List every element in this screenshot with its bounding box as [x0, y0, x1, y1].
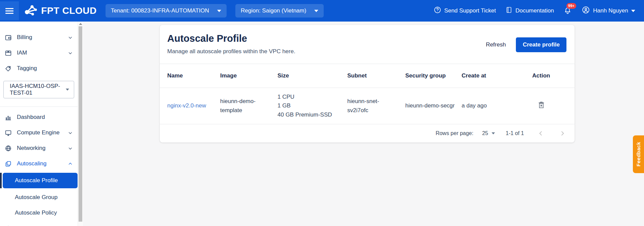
sidebar-subitem-label: Autoscale Group — [15, 194, 58, 201]
pagination-bar: Rows per page: 25 1-1 of 1 — [160, 124, 575, 142]
profiles-table: Name Image Size Subnet Security group Cr… — [160, 64, 575, 124]
column-header-name: Name — [160, 64, 217, 88]
chevron-down-icon — [314, 10, 318, 12]
profile-name-link[interactable]: nginx-v2.0-new — [167, 102, 206, 109]
column-header-image: Image — [217, 64, 275, 88]
wallet-icon — [5, 34, 12, 41]
region-selector[interactable]: Region: Saigon (Vietnam) — [235, 4, 324, 18]
sidebar: Billing IAM — [0, 22, 78, 226]
support-label: Send Support Ticket — [444, 7, 496, 14]
sidebar-item-label: Networking — [17, 145, 68, 152]
sidebar-item-billing[interactable]: Billing — [0, 30, 78, 45]
scrollbar-thumb[interactable] — [79, 26, 82, 222]
documentation-link[interactable]: Documentation — [505, 6, 554, 15]
delete-profile-button[interactable] — [537, 100, 546, 109]
table-header-row: Name Image Size Subnet Security group Cr… — [160, 64, 575, 88]
nodes-icon — [5, 225, 12, 226]
vpc-selector-value: IAAS-HCM10-OSP-TEST-01 — [10, 83, 66, 96]
cell-security-group: hieunn-demo-secgr — [403, 88, 459, 124]
chevron-down-icon — [492, 132, 495, 134]
sidebar-divider — [0, 106, 78, 107]
feedback-label: Feedback — [636, 142, 641, 166]
avatar-icon — [582, 6, 590, 16]
chevron-down-icon — [631, 10, 635, 12]
sidebar-item-dashboard[interactable]: Dashboard — [0, 109, 78, 125]
chevron-down-icon — [68, 146, 73, 151]
id-card-icon — [5, 50, 12, 57]
sidebar-item-autoscaling[interactable]: Autoscaling — [0, 156, 78, 171]
feedback-tab[interactable]: Feedback — [633, 135, 644, 173]
size-ram: 1 GB — [277, 101, 342, 110]
sidebar-subitem-label: Autoscale Profile — [15, 177, 58, 184]
sidebar-item-label: Compute Engine — [17, 129, 68, 136]
refresh-button[interactable]: Refresh — [485, 39, 507, 50]
sidebar-item-compute-engine[interactable]: Compute Engine — [0, 125, 78, 140]
rows-per-page-value: 25 — [482, 130, 488, 136]
layers-icon — [5, 160, 12, 167]
next-page-button[interactable] — [559, 130, 566, 137]
user-menu[interactable]: Hanh Nguyen — [582, 6, 635, 16]
page-subtitle: Manage all autoscale profiles within the… — [167, 48, 295, 55]
send-support-ticket-link[interactable]: Send Support Ticket — [434, 6, 496, 15]
cell-subnet: hieunn-snet-sv2i7ofc — [345, 88, 403, 124]
sidebar-item-tagging[interactable]: Tagging — [0, 61, 78, 76]
sidebar-item-load-balancer[interactable]: Load Balancer — [0, 221, 78, 226]
column-header-action: Action — [508, 64, 575, 88]
sidebar-scrollbar[interactable] — [78, 22, 83, 226]
subnet-value: hieunn-snet-sv2i7ofc — [347, 97, 387, 115]
sidebar-item-iam[interactable]: IAM — [0, 45, 78, 61]
size-cpu: 1 CPU — [277, 93, 342, 101]
sidebar-item-label: Dashboard — [17, 114, 73, 121]
sidebar-item-label: Autoscaling — [17, 160, 68, 167]
cell-image: hieunn-demo-template — [217, 88, 275, 124]
fpt-molecule-icon — [24, 3, 39, 19]
pagination-range: 1-1 of 1 — [506, 130, 524, 136]
menu-toggle-button[interactable] — [0, 1, 19, 20]
cell-size: 1 CPU 1 GB 40 GB Premium-SSD — [275, 88, 345, 124]
sidebar-item-networking[interactable]: Networking — [0, 140, 78, 156]
previous-page-button[interactable] — [537, 130, 544, 137]
pagination-nav — [537, 130, 566, 137]
book-icon — [505, 6, 513, 15]
cell-create-at: a day ago — [459, 88, 508, 124]
top-navbar: FPT CLOUD Tenant: 000823-INFRA-AUTOMATIO… — [0, 0, 644, 22]
image-value: hieunn-demo-template — [220, 97, 260, 115]
rows-per-page-select[interactable]: 25 — [482, 130, 495, 136]
column-header-create-at: Create at — [459, 64, 508, 88]
column-header-subnet: Subnet — [345, 64, 403, 88]
autoscale-profile-card: Autoscale Profile Manage all autoscale p… — [160, 25, 575, 142]
chevron-up-icon — [68, 161, 73, 166]
header-actions: Refresh Create profile — [485, 34, 566, 55]
sidebar-item-label: Tagging — [17, 65, 73, 72]
cell-action — [508, 88, 575, 124]
question-circle-icon — [434, 6, 441, 15]
sidebar-subitem-autoscale-group[interactable]: Autoscale Group — [0, 190, 78, 205]
sidebar-subitem-autoscale-profile[interactable]: Autoscale Profile — [0, 173, 78, 188]
column-header-security-group: Security group — [403, 64, 459, 88]
cell-name: nginx-v2.0-new — [160, 88, 217, 124]
chevron-down-icon — [217, 10, 221, 12]
user-name: Hanh Nguyen — [593, 7, 628, 14]
sidebar-item-label: IAM — [17, 50, 68, 56]
scroll-up-arrow-icon[interactable] — [79, 23, 82, 25]
tenant-label: Tenant: 000823-INFRA-AUTOMATION — [111, 7, 209, 14]
vpc-selector[interactable]: IAAS-HCM10-OSP-TEST-01 — [3, 81, 74, 98]
bell-icon — [563, 10, 572, 16]
create-at-value: a day ago — [462, 101, 505, 110]
chevron-down-icon — [68, 51, 73, 56]
tenant-selector[interactable]: Tenant: 000823-INFRA-AUTOMATION — [106, 4, 227, 18]
trash-icon — [538, 101, 545, 109]
sidebar-item-label: Billing — [17, 34, 68, 41]
monitor-icon — [5, 129, 12, 136]
fpt-cloud-logo: FPT CLOUD — [24, 3, 97, 19]
card-header-text: Autoscale Profile Manage all autoscale p… — [167, 33, 295, 55]
notification-badge: 99+ — [566, 3, 576, 9]
column-header-size: Size — [275, 64, 345, 88]
chevron-down-icon — [68, 130, 73, 135]
rows-per-page: Rows per page: 25 — [436, 130, 495, 136]
create-profile-button[interactable]: Create profile — [516, 37, 566, 52]
tag-icon — [5, 65, 12, 72]
page-title: Autoscale Profile — [167, 33, 295, 44]
notifications-button[interactable]: 99+ — [563, 6, 572, 15]
sidebar-subitem-autoscale-policy[interactable]: Autoscale Policy — [0, 205, 78, 221]
